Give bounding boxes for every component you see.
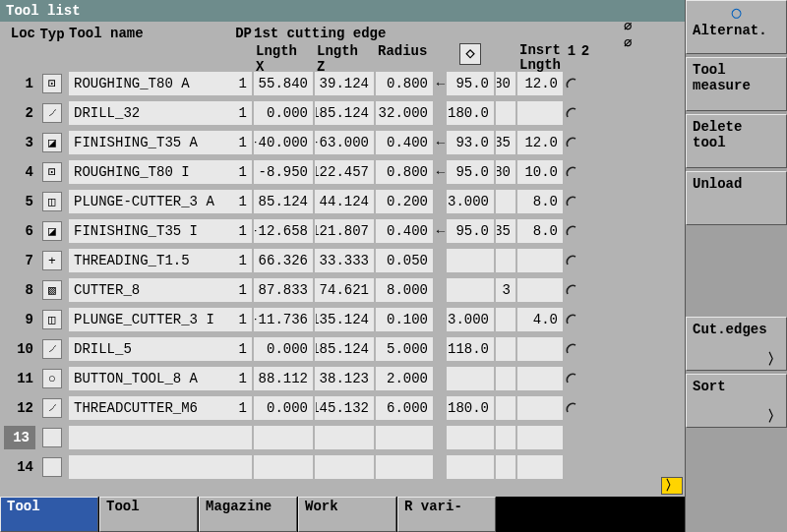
lx-cell[interactable]: -8.950 (254, 160, 313, 184)
rad-cell[interactable]: 0.800 (376, 72, 433, 95)
ins-cell[interactable] (517, 396, 563, 420)
angle-cell[interactable] (447, 455, 494, 479)
name-cell[interactable] (69, 426, 232, 449)
bottom-tab[interactable]: R vari- (397, 497, 496, 532)
dp-cell[interactable]: 1 (232, 190, 252, 213)
lx-cell[interactable]: 0.000 (254, 337, 313, 361)
lz-cell[interactable]: 121.807 (315, 219, 374, 243)
table-row[interactable]: 7+THREADING_T1.5166.32633.3330.050 (0, 246, 685, 275)
hash-cell[interactable] (496, 367, 515, 390)
table-row[interactable]: 3◪FINISHING_T35 A1-40.000-63.0000.400←93… (0, 128, 685, 157)
dp-cell[interactable]: 1 (232, 219, 252, 243)
sidebar-button[interactable]: Sort〉 (686, 374, 787, 428)
hash-cell[interactable] (496, 249, 515, 272)
name-cell[interactable]: FINISHING_T35 I (69, 219, 232, 243)
ins-cell[interactable] (517, 455, 563, 479)
table-row[interactable]: 13 (0, 423, 685, 452)
lz-cell[interactable]: 44.124 (315, 190, 374, 213)
dp-cell[interactable]: 1 (232, 101, 252, 125)
lz-cell[interactable] (315, 455, 374, 479)
sidebar-button[interactable]: Cut.edges〉 (686, 317, 787, 371)
angle-cell[interactable]: 180.0 (447, 101, 494, 125)
rad-cell[interactable]: 6.000 (376, 396, 433, 420)
sidebar-button[interactable]: Unload (686, 171, 787, 225)
sidebar-button[interactable]: ◯Alternat. (686, 0, 787, 54)
hash-cell[interactable]: 80 (496, 72, 515, 95)
hash-cell[interactable] (496, 308, 515, 331)
name-cell[interactable]: THREADCUTTER_M6 (69, 396, 232, 420)
lz-cell[interactable]: 185.124 (315, 337, 374, 361)
lx-cell[interactable]: -11.736 (254, 308, 313, 331)
table-row[interactable]: 8▧CUTTER_8187.83374.6218.0003 (0, 275, 685, 305)
name-cell[interactable] (69, 455, 232, 479)
ins-cell[interactable]: 4.0 (517, 308, 563, 331)
lz-cell[interactable]: 39.124 (315, 72, 374, 95)
rad-cell[interactable]: 2.000 (376, 367, 433, 390)
ins-cell[interactable] (517, 426, 563, 449)
ins-cell[interactable] (517, 249, 563, 272)
scroll-right-icon[interactable]: 〉 (661, 477, 683, 495)
lz-cell[interactable]: -63.000 (315, 131, 374, 154)
lx-cell[interactable]: -40.000 (254, 131, 313, 154)
table-row[interactable]: 2⟋DRILL_3210.000185.12432.000180.0 (0, 98, 685, 128)
hash-cell[interactable] (496, 455, 515, 479)
lx-cell[interactable]: 66.326 (254, 249, 313, 272)
lx-cell[interactable] (254, 426, 313, 449)
dp-cell[interactable]: 1 (232, 396, 252, 420)
dp-cell[interactable]: 1 (232, 131, 252, 154)
rad-cell[interactable]: 0.800 (376, 160, 433, 184)
dp-cell[interactable]: 1 (232, 367, 252, 390)
rad-cell[interactable]: 0.400 (376, 219, 433, 243)
table-row[interactable]: 9◫PLUNGE_CUTTER_3 I1-11.736135.1240.1003… (0, 305, 685, 334)
rad-cell[interactable] (376, 426, 433, 449)
dp-cell[interactable]: 1 (232, 72, 252, 95)
sidebar-button[interactable]: Tool measure (686, 57, 787, 111)
ins-cell[interactable] (517, 367, 563, 390)
angle-cell[interactable]: 95.0 (447, 219, 494, 243)
rad-cell[interactable]: 8.000 (376, 278, 433, 302)
bottom-tab[interactable]: Magazine (199, 497, 297, 532)
rad-cell[interactable] (376, 455, 433, 479)
name-cell[interactable]: FINISHING_T35 A (69, 131, 232, 154)
angle-cell[interactable]: 95.0 (447, 72, 494, 95)
bottom-tab[interactable]: Tool (99, 497, 198, 532)
hash-cell[interactable]: 80 (496, 160, 515, 184)
rad-cell[interactable]: 0.200 (376, 190, 433, 213)
table-row[interactable]: 1⊡ROUGHING_T80 A155.84039.1240.800←95.08… (0, 69, 685, 98)
table-row[interactable]: 6◪FINISHING_T35 I1-12.658121.8070.400←95… (0, 216, 685, 246)
lz-cell[interactable]: 145.132 (315, 396, 374, 420)
table-row[interactable]: 14 (0, 452, 685, 482)
hash-cell[interactable] (496, 190, 515, 213)
name-cell[interactable]: ROUGHING_T80 I (69, 160, 232, 184)
lz-cell[interactable]: 135.124 (315, 308, 374, 331)
ins-cell[interactable]: 12.0 (517, 131, 563, 154)
lz-cell[interactable]: 122.457 (315, 160, 374, 184)
bottom-tab[interactable]: Tool (0, 497, 98, 532)
ins-cell[interactable] (517, 101, 563, 125)
dp-cell[interactable] (232, 426, 252, 449)
ins-cell[interactable]: 10.0 (517, 160, 563, 184)
name-cell[interactable]: CUTTER_8 (69, 278, 232, 302)
angle-cell[interactable]: 95.0 (447, 160, 494, 184)
angle-cell[interactable]: 3.000 (447, 308, 494, 331)
lx-cell[interactable]: 85.124 (254, 190, 313, 213)
ins-cell[interactable]: 8.0 (517, 219, 563, 243)
dp-cell[interactable] (232, 455, 252, 479)
dp-cell[interactable]: 1 (232, 160, 252, 184)
lz-cell[interactable]: 33.333 (315, 249, 374, 272)
table-row[interactable]: 11○BUTTON_TOOL_8 A188.11238.1232.000 (0, 364, 685, 393)
lx-cell[interactable]: 88.112 (254, 367, 313, 390)
angle-cell[interactable]: 93.0 (447, 131, 494, 154)
hash-cell[interactable]: 35 (496, 219, 515, 243)
lx-cell[interactable]: -12.658 (254, 219, 313, 243)
table-row[interactable]: 10⟋DRILL_510.000185.1245.000118.0 (0, 334, 685, 364)
angle-cell[interactable] (447, 426, 494, 449)
ins-cell[interactable]: 8.0 (517, 190, 563, 213)
bottom-tab[interactable]: Work (298, 497, 396, 532)
lz-cell[interactable] (315, 426, 374, 449)
rad-cell[interactable]: 5.000 (376, 337, 433, 361)
rad-cell[interactable]: 32.000 (376, 101, 433, 125)
name-cell[interactable]: DRILL_32 (69, 101, 232, 125)
ins-cell[interactable] (517, 278, 563, 302)
ins-cell[interactable] (517, 337, 563, 361)
